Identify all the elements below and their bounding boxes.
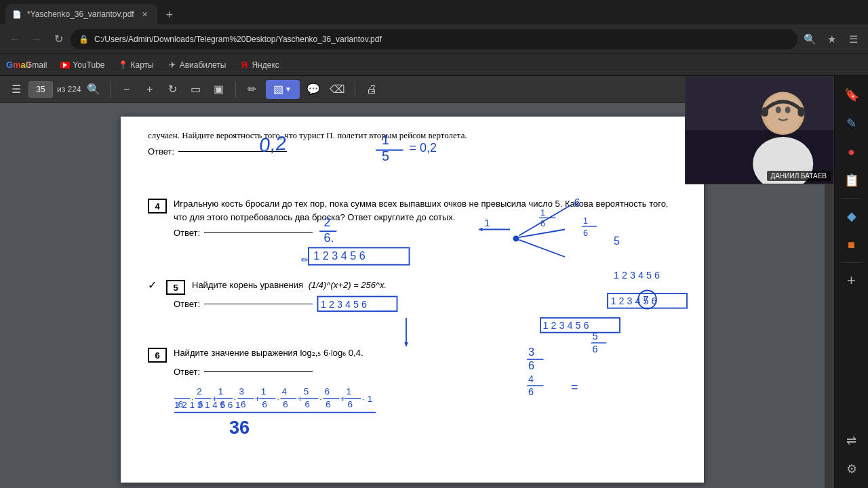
webcam-overlay: ДАНИИЛ БАТАЕВ <box>685 76 834 184</box>
svg-text:1   2     1   3     1   4     : 1 2 1 3 1 4 5 6 1 <box>174 400 241 410</box>
pdf-view-mode[interactable]: ▣ <box>210 80 229 99</box>
pdf-page-input[interactable]: 35 <box>28 81 53 98</box>
maps-icon: 📍 <box>119 60 128 70</box>
svg-text:6: 6 <box>528 386 534 397</box>
problem5-container: ✓ 5 Найдите корень уравнения (1/4)^(x+2)… <box>148 279 677 309</box>
new-tab-button[interactable]: + <box>160 5 179 24</box>
svg-text:·: · <box>233 394 236 404</box>
browser-content: ☰ 35 из 224 🔍 − + ↻ ▭ ▣ ✏ ▧▼ 💬 ⌫ <box>0 76 868 488</box>
sidebar-diamond-icon[interactable]: ◆ <box>840 204 864 228</box>
svg-point-91 <box>785 106 791 113</box>
svg-text:5: 5 <box>304 386 309 396</box>
pdf-search-button[interactable]: 🔍 <box>84 80 103 99</box>
pdf-zoom-in[interactable]: + <box>140 80 159 99</box>
svg-text:+: + <box>340 394 346 404</box>
toolbar-separator-1 <box>110 81 111 98</box>
pdf-page: случаен. Найдите вероятность того, что т… <box>121 117 704 483</box>
svg-text:6: 6 <box>324 386 330 396</box>
pdf-fit-page[interactable]: ▭ <box>186 80 205 99</box>
problem4-number: 4 <box>148 199 167 214</box>
profile-button[interactable]: ★ <box>822 30 841 49</box>
sidebar-separator-2 <box>842 262 861 263</box>
gmail-icon: Gmail <box>14 60 23 70</box>
sidebar-office-icon[interactable]: ■ <box>840 232 864 257</box>
problem5-answer-label: Ответ: <box>174 299 200 309</box>
bookmark-gmail-label: Gmail <box>26 60 47 70</box>
pdf-highlight-tool[interactable]: ▧▼ <box>266 80 300 99</box>
svg-text:36: 36 <box>229 418 250 438</box>
pdf-navigation: ☰ 35 из 224 🔍 <box>7 80 103 99</box>
pdf-rotate[interactable]: ↻ <box>163 80 182 99</box>
bookmarks-bar: Gmail Gmail YouTube 📍 Карты ✈ Авиабилеты… <box>0 54 868 76</box>
aviabilety-icon: ✈ <box>167 60 177 70</box>
sidebar-red-icon[interactable]: ● <box>840 140 864 164</box>
svg-text:1: 1 <box>261 386 267 396</box>
problem6-container: 6 Найдите значение выражения log₂,₅ 6·lo… <box>148 346 677 377</box>
svg-text:2: 2 <box>197 386 202 396</box>
problem4-container: 4 Игральную кость бросали до тех пор, по… <box>148 197 677 238</box>
pdf-eraser-tool[interactable]: ⌫ <box>327 80 348 99</box>
address-bar[interactable]: 🔒 C:/Users/Admin/Downloads/Telegram%20De… <box>71 29 797 49</box>
active-tab[interactable]: 📄 *Yaschenko_36_variantov.pdf ✕ <box>5 4 157 24</box>
problem6-header: 6 Найдите значение выражения log₂,₅ 6·lo… <box>148 346 677 363</box>
forward-button[interactable]: → <box>27 30 46 49</box>
bookmark-aviabilety[interactable]: ✈ Авиабилеты <box>162 58 232 72</box>
problem5-checkmark: ✓ <box>148 279 157 291</box>
extensions-button[interactable]: ☰ <box>844 30 863 49</box>
svg-text:6: 6 <box>220 399 226 409</box>
pdf-pen-tool[interactable]: ✏ <box>243 80 262 99</box>
bookmark-aviabilety-label: Авиабилеты <box>180 60 226 70</box>
svg-text:✏: ✏ <box>301 256 309 265</box>
svg-text:=: = <box>571 380 578 394</box>
nav-right-buttons: 🔍 ★ ☰ <box>800 30 863 49</box>
reload-button[interactable]: ↻ <box>49 30 68 49</box>
svg-rect-29 <box>540 318 620 333</box>
bookmark-youtube[interactable]: YouTube <box>55 58 110 72</box>
bookmark-maps[interactable]: 📍 Карты <box>113 58 159 72</box>
svg-point-90 <box>776 106 781 113</box>
pdf-print[interactable]: 🖨 <box>362 80 381 99</box>
svg-text:+: + <box>298 394 303 404</box>
webcam-person-svg <box>686 76 833 184</box>
pdf-annotation-tool[interactable]: 💬 <box>304 80 323 99</box>
problem6-number: 6 <box>148 348 167 363</box>
problem6-answer: Ответ: <box>174 367 677 377</box>
svg-text:1 2 3 4 5 6: 1 2 3 4 5 6 <box>543 320 589 331</box>
svg-text:6: 6 <box>348 399 353 409</box>
pdf-zoom-out[interactable]: − <box>117 80 136 99</box>
pdf-sidebar-toggle[interactable]: ☰ <box>7 80 26 99</box>
sidebar-expand-icon[interactable]: ⇌ <box>840 428 864 453</box>
svg-text:+: + <box>212 394 218 404</box>
prev-problem-text: случаен. Найдите вероятность того, что т… <box>148 130 677 141</box>
svg-rect-93 <box>797 107 804 117</box>
webcam-video: ДАНИИЛ БАТАЕВ <box>686 77 833 184</box>
svg-text:1 2 3 4 5 6: 1 2 3 4 5 6 <box>313 249 366 262</box>
bookmark-yandex-label: Яндекс <box>252 60 279 70</box>
address-text: C:/Users/Admin/Downloads/Telegram%20Desk… <box>94 35 789 44</box>
tab-close-button[interactable]: ✕ <box>140 9 151 20</box>
problem6-text: Найдите значение выражения log₂,₅ 6·log₆… <box>174 346 677 360</box>
bookmark-gmail[interactable]: Gmail Gmail <box>8 58 52 72</box>
problem5-equation: (1/4)^(x+2) = 256^x. <box>309 280 387 290</box>
svg-text:·: · <box>277 394 279 404</box>
back-button[interactable]: ← <box>5 30 24 49</box>
svg-point-88 <box>764 94 802 134</box>
svg-text:· 1: · 1 <box>362 394 372 404</box>
sidebar-pen-icon[interactable]: ✎ <box>840 111 864 136</box>
svg-text:6: 6 <box>241 399 246 409</box>
svg-text:·: · <box>319 394 322 404</box>
problem4-answer-label: Ответ: <box>174 228 200 238</box>
sidebar-settings-icon[interactable]: ⚙ <box>840 457 864 481</box>
sidebar-add-icon[interactable]: + <box>840 268 864 293</box>
search-nav-button[interactable]: 🔍 <box>800 30 819 49</box>
bookmark-yandex[interactable]: Я Яндекс <box>234 58 284 72</box>
svg-text:4: 4 <box>281 386 287 396</box>
svg-text:3: 3 <box>239 386 244 396</box>
svg-text:5: 5 <box>593 331 598 342</box>
sidebar-bookmarks-icon[interactable]: 🔖 <box>840 83 864 107</box>
svg-text:6: 6 <box>198 399 203 409</box>
svg-text:·: · <box>191 394 194 404</box>
problem5-text: Найдите корень уравнения (1/4)^(x+2) = 2… <box>192 279 677 292</box>
svg-text:6: 6 <box>178 399 183 409</box>
sidebar-layers-icon[interactable]: 📋 <box>840 168 864 192</box>
